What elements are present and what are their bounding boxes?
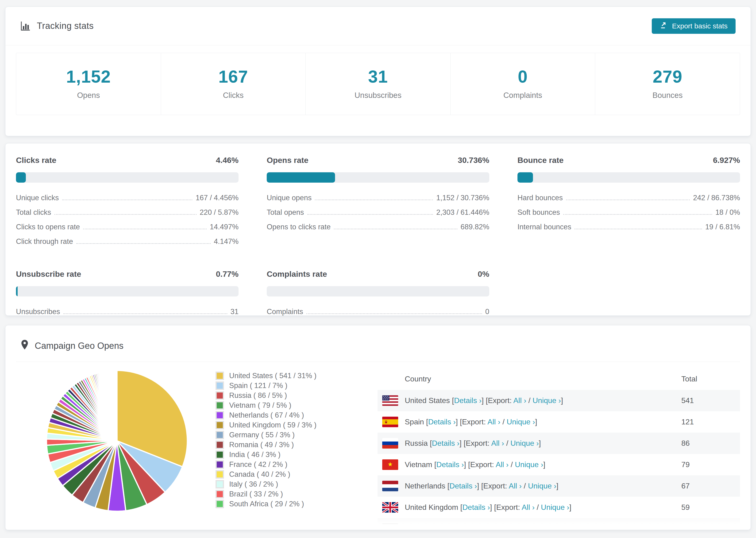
rate-title-row-unsubscribe-rate: Unsubscribe rate0.77% <box>16 269 239 279</box>
legend-item-canada[interactable]: Canada ( 40 / 2% ) <box>216 469 356 479</box>
rate-rows: Hard bounces242 / 86.738%Soft bounces18 … <box>517 190 740 234</box>
legend-swatch-netherlands <box>216 411 224 419</box>
legend-item-netherlands[interactable]: Netherlands ( 67 / 4% ) <box>216 410 356 420</box>
rate-title-row-complaints-rate: Complaints rate0% <box>267 269 489 279</box>
stat-label-clicks: Clicks <box>161 91 306 100</box>
export-all-link-russia[interactable]: All › <box>491 439 504 447</box>
dotted-leader <box>54 214 196 215</box>
rate-row-total-clicks: Total clicks220 / 5.87% <box>16 205 239 220</box>
export-unique-link-netherlands[interactable]: Unique › <box>528 482 557 490</box>
stat-value-opens: 1,152 <box>16 67 161 86</box>
geo-country-cell: Netherlands [Details ›] [Export: All › /… <box>398 482 681 490</box>
export-all-link-germany[interactable]: All › <box>499 524 512 530</box>
campaign-geo-opens-card: Campaign Geo Opens United States ( 541 /… <box>5 325 751 530</box>
total-column-header: Total <box>681 375 735 383</box>
pie-legend: United States ( 541 / 31% )Spain ( 121 /… <box>216 371 356 509</box>
flag-icon-germany <box>382 523 398 530</box>
rate-rows: Unique opens1,152 / 30.736%Total opens2,… <box>267 190 489 234</box>
details-link-united-states[interactable]: Details › <box>454 396 482 405</box>
legend-swatch-south-africa <box>216 500 224 508</box>
rate-block-bounce-rate: Bounce rate6.927%Hard bounces242 / 86.73… <box>517 156 740 249</box>
details-link-germany[interactable]: Details › <box>440 524 467 530</box>
legend-swatch-brazil <box>216 490 224 498</box>
export-all-link-united-kingdom[interactable]: All › <box>522 503 535 511</box>
stat-box-bounces: 279Bounces <box>595 53 740 115</box>
export-unique-link-vietnam[interactable]: Unique › <box>515 460 543 469</box>
legend-item-india[interactable]: India ( 46 / 3% ) <box>216 450 356 459</box>
rate-row-value: 220 / 5.87% <box>200 208 239 217</box>
rate-row-internal-bounces: Internal bounces19 / 6.81% <box>517 220 740 234</box>
legend-item-italy[interactable]: Italy ( 36 / 2% ) <box>216 479 356 489</box>
legend-swatch-spain <box>216 381 224 390</box>
opens-rate-progress-fill <box>267 172 335 183</box>
details-link-spain[interactable]: Details › <box>428 418 456 426</box>
rate-row-unique-clicks: Unique clicks167 / 4.456% <box>16 190 239 205</box>
rate-row-value: 14.497% <box>210 223 239 231</box>
legend-swatch-romania <box>216 441 224 449</box>
rate-value: 4.46% <box>216 156 239 165</box>
stat-label-unsubscribes: Unsubscribes <box>306 91 450 100</box>
details-link-vietnam[interactable]: Details › <box>436 460 464 469</box>
rate-row-clicks-to-opens-rate: Clicks to opens rate14.497% <box>16 220 239 234</box>
export-unique-link-russia[interactable]: Unique › <box>511 439 539 447</box>
rate-row-label: Opens to clicks rate <box>267 223 331 231</box>
geo-table-row-united-states: United States [Details ›] [Export: All ›… <box>378 390 740 411</box>
geo-total-cell: 55 <box>681 524 735 530</box>
legend-item-united-states[interactable]: United States ( 541 / 31% ) <box>216 371 356 381</box>
legend-item-russia[interactable]: Russia ( 86 / 5% ) <box>216 391 356 401</box>
export-all-link-vietnam[interactable]: All › <box>496 460 509 469</box>
bar-chart-icon <box>20 21 31 31</box>
legend-item-france[interactable]: France ( 42 / 2% ) <box>216 459 356 469</box>
legend-swatch-russia <box>216 391 224 400</box>
legend-item-brazil[interactable]: Brazil ( 33 / 2% ) <box>216 489 356 499</box>
legend-swatch-italy <box>216 480 224 488</box>
legend-item-south-africa[interactable]: South Africa ( 29 / 2% ) <box>216 499 356 509</box>
legend-item-romania[interactable]: Romania ( 49 / 3% ) <box>216 440 356 450</box>
legend-label: United Kingdom ( 59 / 3% ) <box>229 421 316 429</box>
legend-label: Germany ( 55 / 3% ) <box>229 431 295 439</box>
dotted-leader <box>334 229 457 229</box>
legend-item-vietnam[interactable]: Vietnam ( 79 / 5% ) <box>216 401 356 410</box>
rate-block-complaints-rate: Complaints rate0%Complaints0 <box>267 269 489 319</box>
rate-value: 0.77% <box>216 269 239 279</box>
rate-row-label: Soft bounces <box>517 208 560 217</box>
geo-table-row-united-kingdom: United Kingdom [Details ›] [Export: All … <box>378 497 740 518</box>
flag-icon-russia <box>382 438 398 449</box>
legend-label: Romania ( 49 / 3% ) <box>229 441 294 449</box>
pie-slice-other-60[interactable] <box>117 370 117 441</box>
rate-row-label: Internal bounces <box>517 223 571 231</box>
stat-box-clicks: 167Clicks <box>161 53 306 115</box>
rate-row-label: Total clicks <box>16 208 51 217</box>
rate-row-unsubscribes: Unsubscribes31 <box>16 304 239 319</box>
stat-value-clicks: 167 <box>161 67 306 86</box>
stat-label-complaints: Complaints <box>451 91 595 100</box>
stat-box-unsubscribes: 31Unsubscribes <box>305 53 450 115</box>
rate-block-opens-rate: Opens rate30.736%Unique opens1,152 / 30.… <box>267 156 489 249</box>
export-unique-link-united-states[interactable]: Unique › <box>532 396 561 405</box>
export-all-link-united-states[interactable]: All › <box>513 396 526 405</box>
rate-row-soft-bounces: Soft bounces18 / 0% <box>517 205 740 220</box>
export-all-link-spain[interactable]: All › <box>487 418 500 426</box>
legend-item-germany[interactable]: Germany ( 55 / 3% ) <box>216 430 356 440</box>
legend-item-spain[interactable]: Spain ( 121 / 7% ) <box>216 381 356 391</box>
details-link-united-kingdom[interactable]: Details › <box>462 503 490 511</box>
legend-swatch-united-states <box>216 372 224 380</box>
rate-row-label: Clicks to opens rate <box>16 223 80 231</box>
details-link-netherlands[interactable]: Details › <box>449 482 477 490</box>
rate-title-row-clicks-rate: Clicks rate4.46% <box>16 156 239 165</box>
rate-row-value: 0 <box>485 307 489 316</box>
export-unique-link-germany[interactable]: Unique › <box>518 524 547 530</box>
stat-value-complaints: 0 <box>451 67 595 86</box>
export-unique-link-spain[interactable]: Unique › <box>507 418 535 426</box>
details-link-russia[interactable]: Details › <box>432 439 459 447</box>
legend-item-united-kingdom[interactable]: United Kingdom ( 59 / 3% ) <box>216 420 356 430</box>
geo-country-cell: United Kingdom [Details ›] [Export: All … <box>398 503 681 512</box>
geo-country-cell: Russia [Details ›] [Export: All › / Uniq… <box>398 439 681 448</box>
export-unique-link-united-kingdom[interactable]: Unique › <box>541 503 569 511</box>
export-basic-stats-button[interactable]: Export basic stats <box>652 18 735 34</box>
rate-row-value: 31 <box>231 307 239 316</box>
geo-country-cell: United States [Details ›] [Export: All ›… <box>398 396 681 405</box>
rate-row-label: Click through rate <box>16 237 73 246</box>
export-all-link-netherlands[interactable]: All › <box>509 482 522 490</box>
flag-icon-spain <box>382 417 398 427</box>
